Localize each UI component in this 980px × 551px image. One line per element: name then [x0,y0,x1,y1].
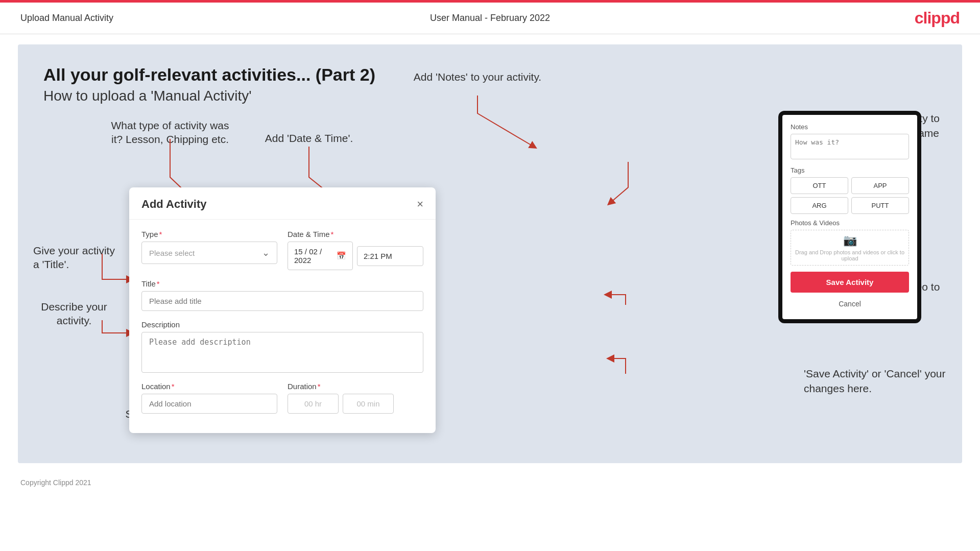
calendar-icon: 📅 [337,251,346,260]
copyright: Copyright Clippd 2021 [0,473,980,492]
annotation-date-time: Add 'Date & Time'. [258,131,360,145]
chevron-down-icon: ⌄ [262,247,270,258]
top-bar: Upload Manual Activity User Manual - Feb… [0,3,980,34]
time-input[interactable] [357,246,423,266]
phone-content: Notes Tags OTT APP ARG PUTT Photos & Vid… [782,115,917,319]
page-title: Upload Manual Activity [20,13,113,23]
title-group: Title* [141,279,423,311]
date-time-group: 15 / 02 / 2022 📅 [288,242,423,270]
cancel-button[interactable]: Cancel [791,297,909,311]
logo: clippd [915,9,960,28]
duration-group: Duration* [288,382,423,414]
datetime-group: Date & Time* 15 / 02 / 2022 📅 [288,230,423,270]
type-group: Type* Please select ⌄ [141,230,277,270]
section-subtitle: How to upload a 'Manual Activity' [43,88,937,104]
phone-frame: Notes Tags OTT APP ARG PUTT Photos & Vid… [778,111,921,323]
location-group: Location* [141,382,277,414]
annotation-title: Give your activity a 'Title'. [33,244,115,272]
main-content: All your golf-relevant activities... (Pa… [18,44,962,463]
tag-ott[interactable]: OTT [791,177,848,194]
duration-label: Duration* [288,382,423,391]
annotation-what-type: What type of activity was it? Lesson, Ch… [109,118,231,147]
description-group: Description [141,320,423,373]
type-placeholder: Please select [149,249,195,257]
title-label: Title* [141,279,423,288]
modal-header: Add Activity × [129,187,436,220]
modal-body: Type* Please select ⌄ Date & Time* 15 / … [129,220,436,433]
date-value: 15 / 02 / 2022 [294,247,332,265]
tag-putt[interactable]: PUTT [851,197,909,214]
location-input[interactable] [141,394,277,414]
date-input[interactable]: 15 / 02 / 2022 📅 [288,242,353,270]
photos-upload[interactable]: 📷 Drag and Drop photos and videos or cli… [791,230,909,266]
description-label: Description [141,320,423,329]
location-label: Location* [141,382,277,391]
modal-title: Add Activity [141,198,207,211]
tags-grid: OTT APP ARG PUTT [791,177,909,214]
datetime-label: Date & Time* [288,230,423,238]
tag-arg[interactable]: ARG [791,197,848,214]
photos-label: Photos & Videos [791,219,909,227]
save-activity-button[interactable]: Save Activity [791,272,909,293]
title-input[interactable] [141,291,423,311]
tags-label: Tags [791,166,909,174]
duration-inputs [288,394,423,414]
notes-input[interactable] [791,134,909,159]
notes-label: Notes [791,123,909,131]
annotation-describe: Describe your activity. [33,300,115,328]
manual-title: User Manual - February 2022 [430,13,550,23]
modal-card: Add Activity × Type* Please select ⌄ Da [129,187,436,433]
duration-hr-input[interactable] [288,394,339,414]
duration-min-input[interactable] [343,394,394,414]
description-input[interactable] [141,332,423,373]
close-button[interactable]: × [417,199,423,210]
type-date-row: Type* Please select ⌄ Date & Time* 15 / … [141,230,423,270]
type-select[interactable]: Please select ⌄ [141,242,277,264]
phone-panel: Notes Tags OTT APP ARG PUTT Photos & Vid… [778,111,942,323]
location-duration-row: Location* Duration* [141,382,423,414]
tag-app[interactable]: APP [851,177,909,194]
type-label: Type* [141,230,277,238]
annotation-save: 'Save Activity' or 'Cancel' your changes… [804,366,947,396]
photo-icon: 📷 [843,234,857,247]
annotation-notes: Add 'Notes' to your activity. [406,70,549,84]
photos-hint: Drag and Drop photos and videos or click… [791,249,909,261]
